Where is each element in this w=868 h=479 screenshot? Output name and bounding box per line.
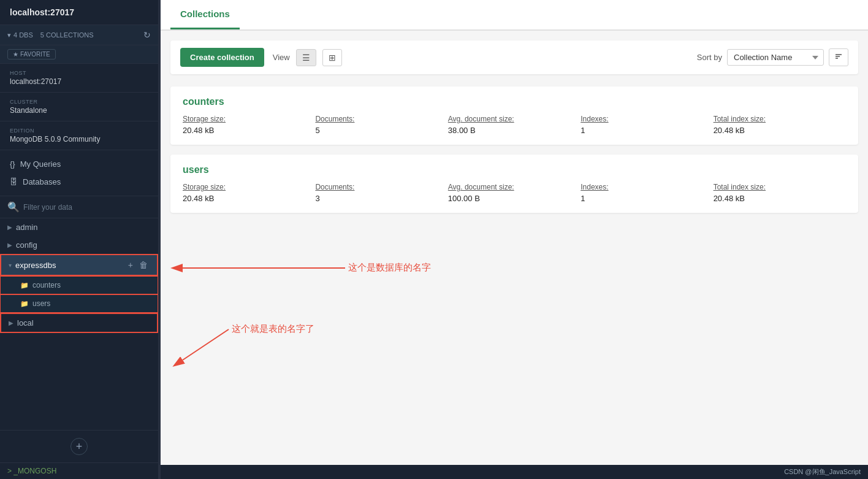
- stat-label: Storage size:: [183, 115, 315, 123]
- stat-item-1-0: Storage size:20.48 kB: [183, 183, 315, 203]
- sidebar-item-queries[interactable]: {} My Queries: [0, 155, 158, 173]
- cluster-label: CLUSTER: [10, 99, 148, 105]
- database-icon: 🗄: [10, 177, 18, 186]
- sidebar-item-label: Databases: [23, 177, 61, 186]
- db-name-config: config: [16, 240, 37, 250]
- sidebar: localhost:27017 ▾ 4 DBS 5 COLLECTIONS ↻ …: [0, 0, 158, 479]
- annotation-text-1: 这个是数据库的名字: [348, 262, 431, 274]
- dbs-count: ▾ 4 DBS: [7, 31, 33, 39]
- stat-value: 20.48 kB: [714, 126, 846, 135]
- sort-section: Sort by Collection Name Storage Size Doc…: [697, 48, 848, 66]
- chevron-down-icon: ▾: [9, 262, 12, 269]
- host-info: HOST localhost:27017: [0, 64, 158, 93]
- view-label: View: [273, 53, 290, 62]
- filter-input[interactable]: [23, 203, 151, 212]
- stat-label: Total index size:: [714, 115, 846, 123]
- chevron-right-icon: ▶: [7, 242, 12, 248]
- mongosh-bar[interactable]: > _MONGOSH: [0, 462, 158, 479]
- db-actions: + 🗑: [126, 259, 150, 270]
- add-db-button[interactable]: +: [70, 438, 88, 455]
- collections-count: 5 COLLECTIONS: [40, 31, 94, 39]
- db-item-expressdbs[interactable]: ▾ expressdbs + 🗑 📁 counters 📁 users: [0, 254, 158, 313]
- svg-line-5: [183, 329, 229, 360]
- chevron-right-icon: ▶: [9, 320, 13, 326]
- refresh-button[interactable]: ↻: [143, 30, 151, 40]
- sidebar-item-databases[interactable]: 🗄 Databases: [0, 173, 158, 191]
- collection-stats-users: Storage size:20.48 kBDocuments:3Avg. doc…: [183, 183, 846, 203]
- stat-item-1-4: Total index size:20.48 kB: [714, 183, 846, 203]
- stat-label: Avg. document size:: [448, 115, 581, 123]
- db-header-admin[interactable]: ▶ admin: [0, 218, 158, 236]
- sidebar-nav: {} My Queries 🗄 Databases: [0, 150, 158, 196]
- sidebar-dbs-bar: ▾ 4 DBS 5 COLLECTIONS ↻: [0, 25, 158, 45]
- stat-label: Documents:: [315, 115, 447, 123]
- star-icon: ★: [13, 51, 18, 58]
- favorite-button[interactable]: ★ FAVORITE: [7, 49, 56, 59]
- stat-value: 20.48 kB: [714, 194, 846, 203]
- stat-item-1-2: Avg. document size:100.00 B: [448, 183, 581, 203]
- cluster-info: CLUSTER Standalone: [0, 93, 158, 121]
- toolbar: Create collection View ☰ ⊞ Sort by Colle…: [170, 40, 858, 74]
- stat-value: 20.48 kB: [183, 194, 315, 203]
- stat-value: 38.00 B: [448, 126, 581, 135]
- sidebar-bottom: +: [0, 430, 158, 462]
- main-content: Create collection View ☰ ⊞ Sort by Colle…: [161, 31, 868, 465]
- db-item-admin[interactable]: ▶ admin: [0, 218, 158, 236]
- host-value: localhost:27017: [10, 77, 148, 86]
- stat-item-0-0: Storage size:20.48 kB: [183, 115, 315, 135]
- sort-direction-button[interactable]: [829, 48, 848, 66]
- db-header-config[interactable]: ▶ config: [0, 236, 158, 254]
- collection-item-counters[interactable]: 📁 counters: [0, 276, 158, 294]
- stat-label: Indexes:: [581, 183, 713, 191]
- delete-db-button[interactable]: 🗑: [137, 259, 150, 270]
- db-item-config[interactable]: ▶ config: [0, 236, 158, 254]
- annotation-arrows: [170, 225, 858, 372]
- sort-select[interactable]: Collection Name Storage Size Documents A…: [727, 49, 824, 66]
- tab-collections[interactable]: Collections: [170, 0, 240, 29]
- stat-item-0-3: Indexes:1: [581, 115, 713, 135]
- host-label: HOST: [10, 70, 148, 76]
- collection-cards: countersStorage size:20.48 kBDocuments:5…: [170, 86, 858, 213]
- collection-stats-counters: Storage size:20.48 kBDocuments:5Avg. doc…: [183, 115, 846, 135]
- stat-item-1-3: Indexes:1: [581, 183, 713, 203]
- db-header-expressdbs[interactable]: ▾ expressdbs + 🗑: [0, 254, 158, 276]
- stat-value: 3: [315, 194, 447, 203]
- list-view-button[interactable]: ☰: [296, 49, 316, 66]
- stat-item-0-2: Avg. document size:38.00 B: [448, 115, 581, 135]
- cluster-value: Standalone: [10, 106, 148, 115]
- search-icon: 🔍: [7, 201, 20, 213]
- stat-item-0-4: Total index size:20.48 kB: [714, 115, 846, 135]
- stat-label: Storage size:: [183, 183, 315, 191]
- collection-item-users[interactable]: 📁 users: [0, 294, 158, 313]
- stat-item-1-1: Documents:3: [315, 183, 447, 203]
- filter-bar[interactable]: 🔍: [0, 196, 158, 218]
- folder-icon: 📁: [20, 282, 29, 289]
- db-name-local: local: [17, 318, 34, 328]
- sidebar-item-label: My Queries: [20, 159, 61, 169]
- stat-label: Total index size:: [714, 183, 846, 191]
- grid-view-button[interactable]: ⊞: [322, 49, 342, 66]
- collection-card-title-counters[interactable]: counters: [183, 96, 846, 107]
- database-list: ▶ admin ▶ config ▾ expressdbs + 🗑: [0, 218, 158, 430]
- stat-label: Documents:: [315, 183, 447, 191]
- collection-card-title-users[interactable]: users: [183, 164, 846, 175]
- create-collection-button[interactable]: Create collection: [180, 48, 264, 67]
- add-collection-button[interactable]: +: [126, 259, 135, 270]
- db-name-admin: admin: [16, 223, 37, 232]
- sidebar-title: localhost:27017: [0, 0, 158, 25]
- stat-value: 1: [581, 194, 713, 203]
- db-header-local[interactable]: ▶ local: [0, 313, 158, 333]
- collection-card-counters: countersStorage size:20.48 kBDocuments:5…: [170, 86, 858, 145]
- main-header: Collections: [161, 0, 868, 31]
- chevron-down-icon: ▾: [7, 31, 11, 39]
- edition-value: MongoDB 5.0.9 Community: [10, 135, 148, 144]
- annotation-area: 这个是数据库的名字 这个就是表的名字了: [170, 225, 858, 372]
- mongosh-label: > _MONGOSH: [7, 467, 56, 475]
- folder-icon: 📁: [20, 300, 29, 308]
- queries-icon: {}: [10, 159, 15, 169]
- db-item-local[interactable]: ▶ local: [0, 313, 158, 333]
- annotation-text-2: 这个就是表的名字了: [232, 323, 314, 335]
- stat-label: Avg. document size:: [448, 183, 581, 191]
- main-tabs: Collections: [161, 0, 868, 29]
- stat-value: 100.00 B: [448, 194, 581, 203]
